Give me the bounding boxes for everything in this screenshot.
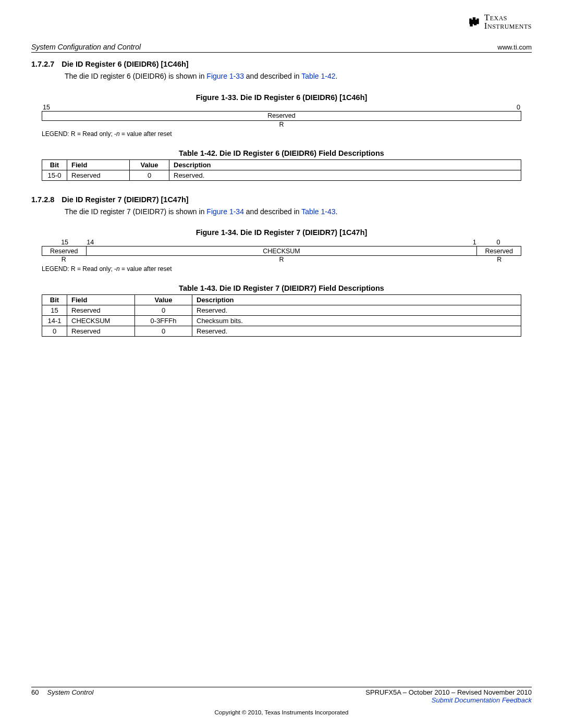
table-row: Bit Field Value Description (42, 159, 521, 170)
th-desc: Description (169, 159, 521, 170)
section-num: 1.7.2.8 (31, 195, 54, 204)
fig34-f2: CHECKSUM (86, 246, 477, 256)
figure-1-34-legend: LEGEND: R = Read only; -n = value after … (42, 265, 521, 273)
th-bit: Bit (42, 159, 67, 170)
table-row: 15-0 Reserved 0 Reserved. (42, 170, 521, 180)
table-1-43: Bit Field Value Description 15 Reserved … (42, 294, 521, 337)
footer-docrev: SPRUFX5A – October 2010 – Revised Novemb… (365, 688, 532, 696)
footer-section: System Control (47, 688, 93, 696)
fig34-f1: Reserved (42, 246, 87, 256)
link-table-1-43[interactable]: Table 1-43 (301, 207, 335, 216)
table-1-42: Bit Field Value Description 15-0 Reserve… (42, 159, 521, 181)
th-value: Value (135, 295, 192, 305)
page-header: System Configuration and Control www.ti.… (31, 43, 532, 53)
section-title: Die ID Register 6 (DIEIDR6) [1C46h] (62, 60, 188, 68)
link-figure-1-34[interactable]: Figure 1-34 (206, 207, 244, 216)
page-footer: 60 System Control SPRUFX5A – October 201… (31, 687, 532, 715)
figure-1-33-register: Reserved (42, 111, 521, 121)
table-row: 14-1 CHECKSUM 0-3FFFh Checksum bits. (42, 316, 521, 326)
figure-1-34-title: Figure 1-34. Die ID Register 7 (DIEIDR7)… (31, 228, 532, 237)
section-2-body: The die ID register 7 (DIEIDR7) is shown… (65, 207, 532, 217)
figure-1-34-register: Reserved CHECKSUM Reserved (42, 246, 521, 256)
figure-1-33-title: Figure 1-33. Die ID Register 6 (DIEIDR6)… (31, 93, 532, 102)
link-table-1-42[interactable]: Table 1-42 (301, 72, 335, 80)
table-row: 0 Reserved 0 Reserved. (42, 326, 521, 337)
section-heading-1: 1.7.2.7 Die ID Register 6 (DIEIDR6) [1C4… (31, 60, 532, 68)
th-value: Value (130, 159, 169, 170)
logo-text-2: Instruments (484, 22, 532, 30)
th-field: Field (67, 159, 130, 170)
figure-1-34-access: R R R (42, 256, 521, 263)
th-bit: Bit (42, 295, 67, 305)
section-title: Die ID Register 7 (DIEIDR7) [1C47h] (62, 195, 188, 204)
fig34-f3: Reserved (477, 246, 521, 256)
table-row: Bit Field Value Description (42, 295, 521, 305)
fig33-field: Reserved (42, 111, 521, 120)
th-field: Field (67, 295, 135, 305)
ti-chip-icon (468, 15, 481, 29)
footer-copyright: Copyright © 2010, Texas Instruments Inco… (31, 709, 532, 715)
table-1-43-title: Table 1-43. Die ID Register 7 (DIEIDR7) … (31, 284, 532, 292)
figure-1-33-access: R (42, 121, 521, 128)
table-row: 15 Reserved 0 Reserved. (42, 305, 521, 316)
footer-feedback-link[interactable]: Submit Documentation Feedback (365, 696, 532, 704)
link-figure-1-33[interactable]: Figure 1-33 (206, 72, 244, 80)
footer-page-number: 60 (31, 688, 39, 696)
table-1-42-title: Table 1-42. Die ID Register 6 (DIEIDR6) … (31, 149, 532, 157)
section-heading-2: 1.7.2.8 Die ID Register 7 (DIEIDR7) [1C4… (31, 195, 532, 204)
header-section: System Configuration and Control (31, 43, 141, 51)
header-site-link[interactable]: www.ti.com (497, 43, 532, 51)
figure-1-34-bitruler: 15 14 1 0 (42, 239, 521, 246)
th-desc: Description (192, 295, 521, 305)
section-num: 1.7.2.7 (31, 60, 54, 68)
section-1-body: The die ID register 6 (DIEIDR6) is shown… (65, 71, 532, 82)
ti-logo: Texas Instruments (468, 14, 532, 30)
figure-1-33-legend: LEGEND: R = Read only; -n = value after … (42, 130, 521, 138)
figure-1-33-bitruler: 15 0 (42, 104, 521, 111)
